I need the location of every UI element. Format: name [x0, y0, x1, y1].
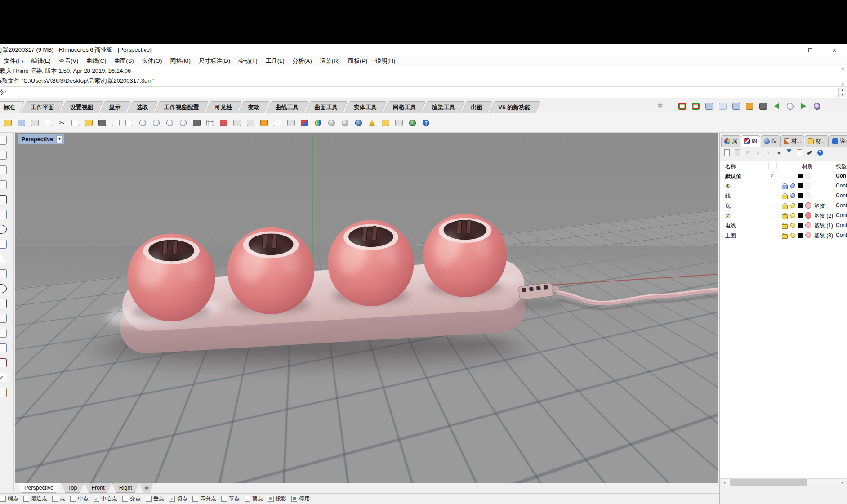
point-tool-icon[interactable] — [0, 133, 14, 147]
item-Front[interactable]: Front — [85, 483, 111, 493]
bulb-icon[interactable] — [790, 183, 795, 188]
material-circle-icon[interactable] — [805, 202, 811, 209]
gear-icon[interactable]: ✱ — [657, 102, 663, 110]
layer-color-swatch[interactable] — [798, 193, 803, 198]
material-circle-icon[interactable] — [805, 192, 811, 199]
viewport-layout-icon[interactable] — [205, 118, 215, 127]
osnap-checkbox[interactable] — [0, 496, 6, 502]
lamp-icon[interactable] — [273, 118, 282, 127]
scroll-right-icon[interactable]: › — [838, 479, 846, 486]
array-tool-icon[interactable] — [0, 355, 14, 370]
osnap-checkbox[interactable] — [169, 496, 175, 502]
command-history[interactable]: 已载入 Rhino 渲染, 版本 1.50, Apr 28 2019, 16:1… — [0, 66, 847, 87]
menu-item[interactable]: 实体(O) — [138, 57, 166, 65]
notify-icon[interactable] — [367, 118, 377, 127]
item-变动[interactable]: 变动 — [238, 101, 270, 113]
material-circle-icon[interactable] — [805, 212, 811, 219]
menu-item[interactable]: 面板(P) — [344, 57, 371, 65]
add-viewport-tab[interactable]: ✚ — [140, 483, 153, 493]
copy-icon[interactable] — [71, 118, 80, 127]
item-渲[interactable]: 渲 — [761, 135, 780, 147]
bulb-icon[interactable] — [790, 223, 795, 228]
lock-icon[interactable] — [782, 233, 787, 239]
curve-tool-icon[interactable] — [0, 147, 14, 162]
item-实体工具[interactable]: 实体工具 — [344, 101, 387, 113]
restore-button[interactable] — [804, 45, 816, 55]
surface-tool-icon[interactable] — [0, 207, 14, 222]
item-Right[interactable]: Right — [112, 483, 139, 493]
layer-row[interactable]: 圆 塑胶 (2) Cont — [720, 211, 847, 221]
panel-horizontal-scrollbar[interactable]: ‹ › — [721, 478, 846, 486]
circle-tool-icon[interactable] — [246, 118, 255, 127]
layer-name[interactable]: 图 — [725, 183, 731, 190]
menu-item[interactable]: 曲线(C) — [82, 57, 110, 65]
layer-name[interactable]: 线 — [725, 192, 731, 200]
arc-tool-icon[interactable] — [0, 192, 14, 207]
lock-icon[interactable] — [782, 183, 787, 189]
item-四分点[interactable]: 四分点 — [192, 495, 216, 503]
item-V6 的新功能[interactable]: V6 的新功能 — [489, 101, 540, 113]
material-circle-icon[interactable] — [805, 222, 811, 228]
bulb-icon[interactable] — [790, 193, 795, 198]
bulb-icon[interactable] — [790, 233, 795, 238]
layer-color-swatch[interactable] — [798, 203, 803, 208]
select-points-icon[interactable] — [259, 118, 269, 127]
spin-up-icon[interactable]: ▴ — [838, 88, 846, 92]
item-节点[interactable]: 节点 — [221, 495, 240, 503]
lock-icon[interactable] — [782, 213, 787, 219]
diamond-tool-icon[interactable] — [0, 385, 14, 400]
layer-row[interactable]: 上面 塑胶 (3) Cont — [720, 231, 847, 241]
gears-icon[interactable] — [731, 102, 741, 111]
filter-icon[interactable] — [786, 149, 792, 156]
item-交点[interactable]: 交点 — [122, 495, 141, 503]
layer-color-swatch[interactable] — [798, 233, 803, 238]
curve-edit-icon[interactable] — [0, 296, 14, 311]
item-停用[interactable]: 停用 — [291, 495, 310, 503]
circles-pair-icon[interactable] — [0, 281, 14, 296]
menu-item[interactable]: 分析(A) — [289, 57, 316, 65]
layer-name[interactable]: 底 — [725, 202, 731, 210]
osnap-checkbox[interactable] — [192, 496, 198, 502]
item-可见性[interactable]: 可见性 — [205, 101, 242, 113]
mesh-tool-icon[interactable] — [0, 236, 14, 251]
menu-item[interactable]: 文件(F) — [0, 57, 27, 65]
layer-color-swatch[interactable] — [798, 213, 803, 218]
pan-icon[interactable] — [111, 118, 120, 127]
copy-layer-icon[interactable] — [734, 149, 740, 156]
layer-tools-icon[interactable] — [807, 149, 813, 156]
minimize-button[interactable]: – — [780, 45, 792, 55]
menu-item[interactable]: 曲面(S) — [110, 57, 138, 65]
item-切点[interactable]: 切点 — [169, 495, 187, 503]
history-scrollbar[interactable]: ∧ ∨ — [839, 66, 846, 87]
lock-icon[interactable] — [286, 118, 296, 127]
zoom-icon[interactable] — [138, 118, 147, 127]
layer-row[interactable]: 默认值 Con — [720, 171, 847, 181]
prev-view-icon[interactable] — [772, 102, 781, 111]
menu-item[interactable]: 网格(M) — [166, 57, 195, 65]
save-icon[interactable] — [17, 118, 26, 127]
rectangle-tool-icon[interactable] — [0, 177, 14, 192]
layer-name[interactable]: 圆 — [725, 212, 731, 220]
layer-name[interactable]: 默认值 — [725, 173, 741, 180]
item-中心点[interactable]: 中心点 — [94, 495, 117, 503]
snapshot-cube-icon[interactable] — [691, 102, 700, 111]
item-标准[interactable]: 标准 — [0, 101, 25, 113]
osnap-checkbox[interactable] — [70, 496, 76, 502]
undo-view-icon[interactable] — [192, 118, 201, 127]
collapse-icon[interactable] — [776, 149, 782, 156]
item-属[interactable]: 属 — [721, 135, 740, 147]
item-工作视窗配置[interactable]: 工作视窗配置 — [154, 101, 209, 113]
item-图[interactable]: 图 — [741, 135, 760, 147]
duplicate-layer-icon[interactable] — [796, 149, 802, 156]
viewport-title[interactable]: Perspective ▾ — [18, 134, 64, 144]
check-tool-icon[interactable]: ✓ — [0, 370, 14, 385]
explode-tool-icon[interactable] — [0, 251, 14, 266]
cplane-faded-icon[interactable] — [718, 102, 727, 111]
sphere-checker-icon[interactable] — [340, 118, 350, 127]
layer-name[interactable]: 电线 — [725, 222, 736, 230]
render-globe-icon[interactable] — [408, 118, 417, 127]
layer-row[interactable]: 图 Cont — [720, 181, 847, 191]
item-出图[interactable]: 出图 — [461, 101, 493, 113]
menu-item[interactable]: 说明(H) — [371, 57, 399, 65]
viewport-menu-dropdown[interactable]: ▾ — [56, 135, 63, 143]
